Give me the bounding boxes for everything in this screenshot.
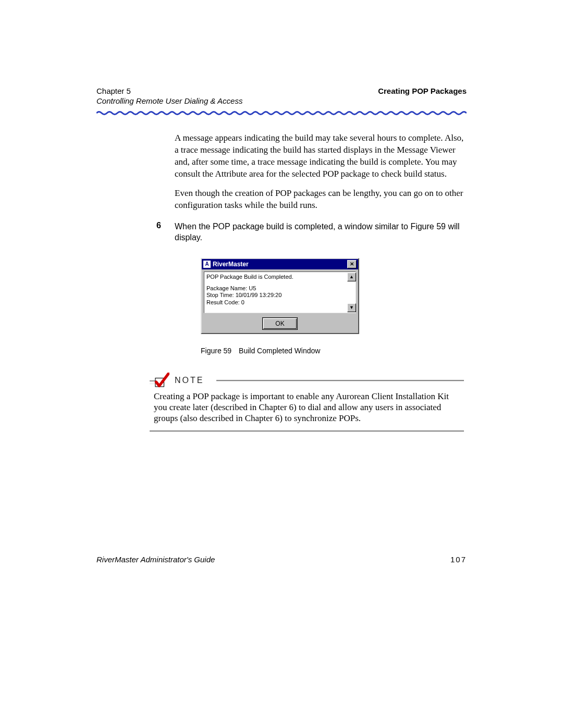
dialog-line-3: Stop Time: 10/01/99 13:29:20 (206, 292, 353, 299)
chapter-label: Chapter 5 (96, 87, 131, 95)
checkmark-icon (154, 373, 169, 388)
close-icon[interactable]: ✕ (347, 260, 357, 268)
paragraph-1: A message appears indicating the build m… (175, 132, 464, 180)
header-divider-wave (96, 110, 467, 116)
figure-caption: Figure 59 Build Completed Window (201, 347, 467, 355)
build-completed-dialog: A RiverMaster ✕ POP Package Build is Com… (201, 258, 359, 334)
footer-guide-title: RiverMaster Administrator's Guide (96, 555, 215, 564)
note-label: NOTE (175, 376, 204, 385)
dialog-line-1: POP Package Build is Completed. (206, 274, 353, 281)
ok-button[interactable]: OK (263, 318, 296, 329)
dialog-line-2: Package Name: U5 (206, 285, 353, 292)
section-title: Creating POP Packages (378, 87, 467, 95)
note-rule-top (216, 380, 464, 381)
dialog-message-area: POP Package Build is Completed. Package … (204, 272, 356, 313)
figure-number: Figure 59 (201, 347, 231, 355)
scroll-down-icon[interactable]: ▼ (347, 303, 356, 312)
dialog-line-4: Result Code: 0 (206, 299, 353, 306)
dialog-titlebar: A RiverMaster ✕ (202, 259, 358, 269)
app-icon: A (203, 261, 211, 268)
note-text: Creating a POP package is important to e… (154, 391, 464, 424)
paragraph-2: Even though the creation of POP packages… (175, 188, 464, 212)
note-rule-bottom (150, 430, 464, 432)
dialog-title: RiverMaster (213, 261, 249, 268)
header-subtitle: Controlling Remote User Dialing & Access (96, 96, 467, 105)
step-text: When the POP package build is completed,… (175, 221, 464, 243)
step-number: 6 (156, 221, 175, 243)
page-number: 107 (450, 555, 467, 564)
figure-caption-text: Build Completed Window (239, 347, 320, 355)
scroll-up-icon[interactable]: ▲ (347, 273, 356, 281)
